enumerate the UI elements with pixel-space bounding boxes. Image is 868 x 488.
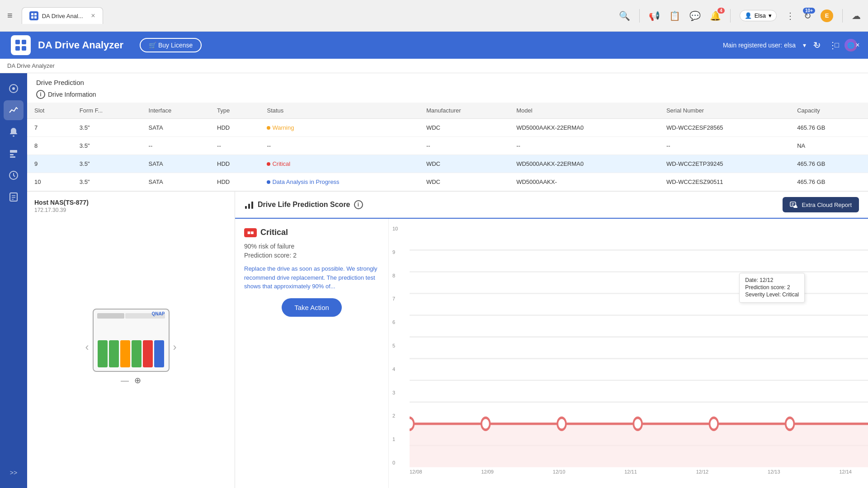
model-cell: WD5000AAKX- <box>509 173 659 191</box>
col-status: Status <box>259 103 419 119</box>
nas-device: QNAP <box>93 309 170 372</box>
table-header-row: Slot Form F... Interface Type Status Man… <box>27 103 868 119</box>
table-row[interactable]: 10 3.5" SATA HDD Data Analysis in Progre… <box>27 173 868 191</box>
sidebar: >> <box>0 73 27 488</box>
nas-slot-1 <box>109 340 119 367</box>
manufacturer-cell: -- <box>419 137 509 155</box>
prediction-body: ■■ Critical 90% risk of failure Predicti… <box>235 219 868 488</box>
pages-icon[interactable]: 📋 <box>669 10 680 21</box>
next-arrow[interactable]: › <box>170 337 180 357</box>
page-title: Drive Prediction <box>36 79 84 86</box>
sidebar-item-notifications[interactable] <box>4 122 24 142</box>
minimize-button[interactable]: ─ <box>806 32 826 59</box>
svg-point-36 <box>410 418 414 430</box>
capacity-cell: 465.76 GB <box>790 119 868 137</box>
chart-area: 10 9 8 7 6 5 4 3 2 1 0 <box>389 219 868 488</box>
col-slot: Slot <box>27 103 72 119</box>
sidebar-item-history[interactable] <box>4 165 24 185</box>
nas-ip: 172.17.30.39 <box>34 207 227 213</box>
maximize-button[interactable]: □ <box>826 32 847 59</box>
tab-bar: DA Drive Anal... × <box>22 7 619 24</box>
prediction-chart <box>410 226 868 467</box>
info-icon: i <box>36 90 45 99</box>
svg-rect-21 <box>251 202 253 209</box>
sidebar-expand[interactable]: >> <box>4 463 24 483</box>
zoom-icon[interactable]: ⊕ <box>134 375 141 385</box>
nas-brand-label: QNAP <box>152 311 165 316</box>
hamburger-icon[interactable]: ≡ <box>7 10 13 21</box>
svg-rect-12 <box>10 154 14 155</box>
chart-x-labels: 12/08 12/09 12/10 12/11 12/12 12/13 12/1… <box>396 469 861 474</box>
model-cell: WD5000AAKX-22ERMA0 <box>509 119 659 137</box>
critical-icon: ■■ <box>244 228 257 237</box>
prev-arrow[interactable]: ‹ <box>82 337 93 357</box>
browser-tab[interactable]: DA Drive Anal... × <box>22 7 103 24</box>
nas-slot-2 <box>120 340 130 367</box>
table-row[interactable]: 8 3.5" -- -- -- -- -- -- NA <box>27 137 868 155</box>
recommendation-text: Replace the drive as soon as possible. W… <box>244 264 379 291</box>
status-cell: -- <box>259 137 419 155</box>
type-cell: -- <box>210 137 259 155</box>
svg-rect-6 <box>15 46 20 51</box>
svg-rect-0 <box>31 13 33 15</box>
serial-cell: WD-WCC2ESF28565 <box>659 119 790 137</box>
manufacturer-cell: WDC <box>419 155 509 173</box>
tab-title: DA Drive Anal... <box>42 13 83 19</box>
capacity-cell: NA <box>790 137 868 155</box>
bottom-panel: Host NAS(TS-877) 172.17.30.39 ‹ <box>27 191 868 488</box>
status-cell: Data Analysis in Progress <box>259 173 419 191</box>
updates-badge: 10+ <box>803 8 815 14</box>
title-bar: DA Drive Analyzer 🛒 Buy License Main reg… <box>0 32 868 59</box>
prediction-header: Drive Life Prediction Score i Extra Clou… <box>235 192 868 219</box>
manufacturer-cell: WDC <box>419 173 509 191</box>
cloud-icon[interactable]: ☁ <box>852 10 861 21</box>
bell-badge: 4 <box>717 8 725 14</box>
browser-chrome: ≡ DA Drive Anal... × 🔍 📢 📋 💬 🔔 4 <box>0 0 868 32</box>
user-name: Elsa <box>755 12 766 19</box>
col-serial: Serial Number <box>659 103 790 119</box>
dots-icon[interactable]: ⋮ <box>786 10 795 21</box>
slot-cell: 7 <box>27 119 72 137</box>
sidebar-item-reports[interactable] <box>4 144 24 164</box>
sidebar-item-analysis[interactable] <box>4 100 24 120</box>
tab-close-button[interactable]: × <box>91 12 95 20</box>
minus-icon[interactable]: — <box>121 376 129 385</box>
avatar[interactable]: E <box>821 9 833 22</box>
svg-rect-7 <box>22 46 26 51</box>
close-button[interactable]: × <box>847 32 868 59</box>
model-cell: WD5000AAKX-22ERMA0 <box>509 155 659 173</box>
user-chip[interactable]: 👤 Elsa ▾ <box>740 10 777 21</box>
interface-cell: SATA <box>142 155 210 173</box>
drive-info-subheader: i Drive Information <box>27 88 868 103</box>
message-icon[interactable]: 💬 <box>689 10 701 21</box>
sidebar-item-dashboard[interactable] <box>4 79 24 99</box>
prediction-info-icon: i <box>354 200 363 209</box>
app-logo <box>11 35 31 55</box>
table-row[interactable]: 9 3.5" SATA HDD Critical WDC WD5000AAKX-… <box>27 155 868 173</box>
window-controls: ─ □ × <box>806 32 868 59</box>
extra-cloud-report-button[interactable]: Extra Cloud Report <box>783 197 859 212</box>
svg-point-10 <box>13 136 14 137</box>
table-row[interactable]: 7 3.5" SATA HDD Warning WDC WD5000AAKX-2… <box>27 119 868 137</box>
svg-rect-19 <box>245 206 247 209</box>
form-cell: 3.5" <box>72 119 142 137</box>
sidebar-item-tasks[interactable] <box>4 187 24 207</box>
svg-point-41 <box>786 418 794 430</box>
svg-rect-11 <box>10 150 17 153</box>
take-action-button[interactable]: Take Action <box>282 298 342 317</box>
type-cell: HDD <box>210 119 259 137</box>
score-text: Prediction score: 2 <box>244 252 379 259</box>
type-cell: HDD <box>210 155 259 173</box>
buy-license-button[interactable]: 🛒 Buy License <box>140 38 202 52</box>
separator2 <box>730 9 731 23</box>
model-cell: -- <box>509 137 659 155</box>
interface-cell: SATA <box>142 119 210 137</box>
drive-info-label: Drive Information <box>48 91 96 98</box>
serial-cell: WD-WCC2ETP39245 <box>659 155 790 173</box>
search-icon[interactable]: 🔍 <box>619 10 630 21</box>
tab-icon <box>29 11 38 20</box>
updates-icon[interactable]: ↻ 10+ <box>804 10 811 21</box>
nas-slot-5 <box>154 340 164 367</box>
speaker-icon[interactable]: 📢 <box>649 10 660 21</box>
bell-icon[interactable]: 🔔 4 <box>710 10 721 21</box>
